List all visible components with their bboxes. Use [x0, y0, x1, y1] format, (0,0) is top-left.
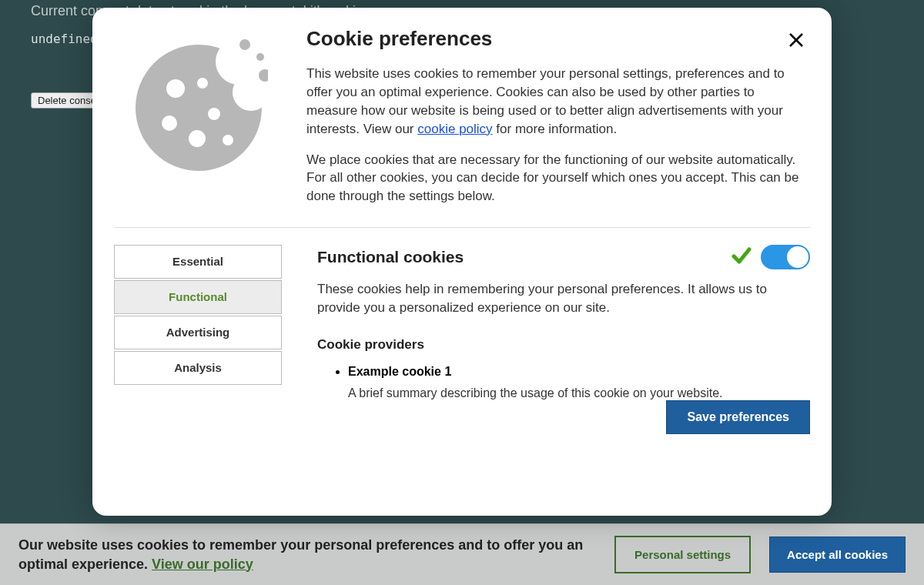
functional-toggle[interactable]	[761, 245, 810, 269]
tab-functional[interactable]: Functional	[114, 280, 282, 314]
providers-heading: Cookie providers	[317, 337, 810, 353]
enabled-check-icon	[732, 246, 752, 269]
modal-p1-post: for more information.	[493, 122, 618, 136]
save-preferences-button[interactable]: Save preferences	[666, 400, 810, 434]
svg-point-3	[136, 45, 262, 171]
modal-title: Cookie preferences	[306, 25, 799, 52]
cookie-policy-link[interactable]: cookie policy	[417, 122, 492, 136]
cookie-bar-text: Our website uses cookies to remember you…	[18, 537, 583, 571]
cookie-bar-policy-link[interactable]: View our policy	[152, 557, 253, 572]
close-button[interactable]	[785, 29, 807, 51]
svg-point-4	[166, 79, 185, 98]
svg-point-6	[189, 130, 206, 147]
provider-description: A brief summary describing the usage of …	[348, 386, 779, 400]
svg-point-8	[197, 78, 208, 89]
cookie-consent-bar: Our website uses cookies to remember you…	[0, 523, 924, 585]
functional-description: These cookies help in remembering your p…	[317, 280, 779, 317]
provider-name: Example cookie 1	[348, 365, 810, 379]
accept-all-cookies-button[interactable]: Accept all cookies	[769, 537, 906, 573]
svg-point-12	[259, 69, 268, 82]
tab-analysis[interactable]: Analysis	[114, 351, 282, 385]
personal-settings-button[interactable]: Personal settings	[614, 536, 751, 573]
svg-point-7	[208, 108, 220, 120]
category-tabs: Essential Functional Advertising Analysi…	[114, 245, 282, 497]
close-icon	[788, 32, 805, 48]
toggle-knob	[787, 246, 808, 268]
functional-title: Functional cookies	[317, 248, 464, 266]
svg-point-5	[162, 115, 177, 131]
svg-point-9	[223, 135, 233, 145]
svg-point-11	[256, 53, 264, 61]
modal-intro: Cookie preferences This website uses coo…	[306, 25, 799, 206]
tab-essential[interactable]: Essential	[114, 245, 282, 279]
cookie-icon	[114, 25, 283, 206]
divider	[114, 227, 810, 228]
category-content: Functional cookies These cookies help in…	[317, 245, 810, 497]
tab-advertising[interactable]: Advertising	[114, 316, 282, 349]
cookie-preferences-modal: Cookie preferences This website uses coo…	[92, 8, 832, 516]
cookie-bar-message: Our website uses cookies to remember you…	[18, 536, 596, 573]
modal-p2: We place cookies that are necessary for …	[306, 151, 799, 206]
svg-point-10	[239, 39, 250, 50]
